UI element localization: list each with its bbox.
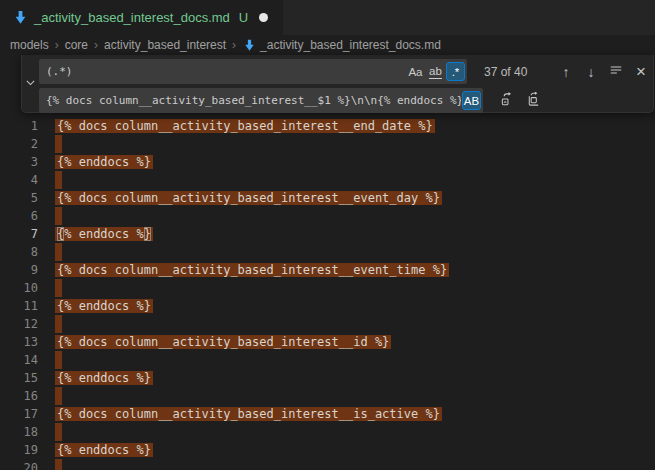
editor-line[interactable]: 14 — [0, 351, 655, 369]
line-number: 8 — [0, 243, 38, 261]
find-in-selection-button[interactable] — [606, 62, 626, 82]
line-content[interactable]: {% enddocs %} — [57, 369, 153, 387]
line-number: 7 — [0, 225, 38, 243]
editor-line[interactable]: 5{% docs column__activity_based_interest… — [0, 189, 655, 207]
previous-match-button[interactable]: ↑ — [556, 62, 576, 82]
line-content[interactable] — [57, 315, 62, 333]
find-match-highlight: {% enddocs %} — [55, 155, 153, 169]
find-query-text: (.*) — [46, 65, 405, 78]
next-match-button[interactable]: ↓ — [581, 62, 601, 82]
editor-line[interactable]: 18 — [0, 423, 655, 441]
line-number: 18 — [0, 423, 38, 441]
line-content[interactable] — [57, 459, 62, 470]
whole-word-icon: ab — [429, 65, 442, 79]
breadcrumb-separator: › — [94, 38, 98, 52]
line-number: 6 — [0, 207, 38, 225]
line-content[interactable] — [57, 135, 62, 153]
breadcrumb-filename: _activity_based_interest_docs.md — [260, 38, 441, 52]
line-content[interactable] — [57, 171, 62, 189]
editor-line[interactable]: 12 — [0, 315, 655, 333]
match-case-button[interactable]: Aa — [406, 62, 425, 81]
line-number: 9 — [0, 261, 38, 279]
line-content[interactable]: {% docs column__activity_based_interest_… — [57, 405, 442, 423]
line-content[interactable]: {% docs column__activity_based_interest_… — [57, 189, 442, 207]
line-content[interactable]: {% enddocs %} — [57, 225, 153, 243]
line-content[interactable]: {% docs column__activity_based_interest_… — [57, 117, 435, 135]
replace-input[interactable]: {% docs column__activity_based_interest_… — [39, 88, 483, 113]
editor-line[interactable]: 4 — [0, 171, 655, 189]
find-match-highlight — [55, 243, 62, 261]
modified-dot-icon[interactable] — [259, 13, 268, 22]
line-number: 3 — [0, 153, 38, 171]
regex-button[interactable]: .* — [446, 62, 465, 81]
editor-line[interactable]: 19{% enddocs %} — [0, 441, 655, 459]
editor-line[interactable]: 2 — [0, 135, 655, 153]
line-content[interactable]: {% enddocs %} — [57, 297, 153, 315]
line-number: 15 — [0, 369, 38, 387]
find-match-highlight: {% docs column__activity_based_interest_… — [55, 263, 449, 277]
toggle-replace-button[interactable] — [22, 55, 39, 112]
line-content[interactable] — [57, 423, 62, 441]
line-number: 19 — [0, 441, 38, 459]
replace-row: {% docs column__activity_based_interest_… — [39, 88, 653, 113]
match-count: 37 of 40 — [484, 65, 546, 79]
find-match-highlight: {% docs column__activity_based_interest_… — [55, 119, 435, 133]
tab-active-file[interactable]: _activity_based_interest_docs.md U — [0, 0, 283, 35]
editor-line[interactable]: 17{% docs column__activity_based_interes… — [0, 405, 655, 423]
breadcrumb-item-models[interactable]: models — [10, 38, 49, 52]
line-content[interactable]: {% docs column__activity_based_interest_… — [57, 333, 391, 351]
editor-line[interactable]: 3{% enddocs %} — [0, 153, 655, 171]
bracket-match-box: } — [144, 227, 151, 241]
line-content[interactable]: {% docs column__activity_based_interest_… — [57, 261, 449, 279]
replace-all-button[interactable] — [523, 91, 543, 111]
replace-button[interactable] — [497, 91, 517, 111]
find-match-highlight: {% docs column__activity_based_interest_… — [55, 335, 391, 349]
line-number: 2 — [0, 135, 38, 153]
find-match-highlight: {% docs column__activity_based_interest_… — [55, 191, 442, 205]
line-number: 10 — [0, 279, 38, 297]
breadcrumb-item-file[interactable]: _activity_based_interest_docs.md — [242, 38, 441, 52]
match-case-icon: Aa — [408, 66, 422, 78]
editor-lines[interactable]: 1{% docs column__activity_based_interest… — [0, 117, 655, 470]
line-number: 17 — [0, 405, 38, 423]
editor-line[interactable]: 6 — [0, 207, 655, 225]
line-content[interactable] — [57, 279, 62, 297]
line-content[interactable] — [57, 207, 62, 225]
editor-line[interactable]: 1{% docs column__activity_based_interest… — [0, 117, 655, 135]
whole-word-button[interactable]: ab — [426, 62, 445, 81]
editor-line[interactable]: 15{% enddocs %} — [0, 369, 655, 387]
tab-filename: _activity_based_interest_docs.md — [34, 10, 230, 25]
find-match-highlight — [55, 279, 62, 297]
line-number: 11 — [0, 297, 38, 315]
breadcrumb-separator: › — [232, 38, 236, 52]
editor-line[interactable]: 10 — [0, 279, 655, 297]
find-widget: (.*) Aa ab .* 37 of 40 ↑ ↓ × {% docs col… — [21, 55, 654, 113]
line-number: 4 — [0, 171, 38, 189]
close-button[interactable]: × — [631, 62, 651, 82]
editor-line[interactable]: 8 — [0, 243, 655, 261]
breadcrumb-item-folder[interactable]: activity_based_interest — [104, 38, 226, 52]
editor-line[interactable]: 13{% docs column__activity_based_interes… — [0, 333, 655, 351]
editor-line[interactable]: 7{% enddocs %} — [0, 225, 655, 243]
editor-line[interactable]: 16 — [0, 387, 655, 405]
find-input[interactable]: (.*) Aa ab .* — [39, 59, 467, 84]
find-match-highlight — [55, 351, 62, 369]
find-match-highlight: {% docs column__activity_based_interest_… — [55, 407, 442, 421]
editor-line[interactable]: 20 — [0, 459, 655, 470]
git-status-badge: U — [239, 10, 248, 25]
line-content[interactable]: {% enddocs %} — [57, 441, 153, 459]
line-content[interactable] — [57, 243, 62, 261]
line-number: 16 — [0, 387, 38, 405]
line-content[interactable] — [57, 387, 62, 405]
tab-bar: _activity_based_interest_docs.md U — [0, 0, 655, 35]
markdown-file-icon — [242, 38, 256, 52]
markdown-file-icon — [12, 10, 28, 26]
editor-line[interactable]: 11{% enddocs %} — [0, 297, 655, 315]
line-content[interactable] — [57, 351, 62, 369]
line-content[interactable]: {% enddocs %} — [57, 153, 153, 171]
preserve-case-button[interactable]: AB — [462, 91, 481, 110]
breadcrumb-item-core[interactable]: core — [65, 38, 88, 52]
line-number: 13 — [0, 333, 38, 351]
editor-line[interactable]: 9{% docs column__activity_based_interest… — [0, 261, 655, 279]
find-match-highlight — [55, 315, 62, 333]
